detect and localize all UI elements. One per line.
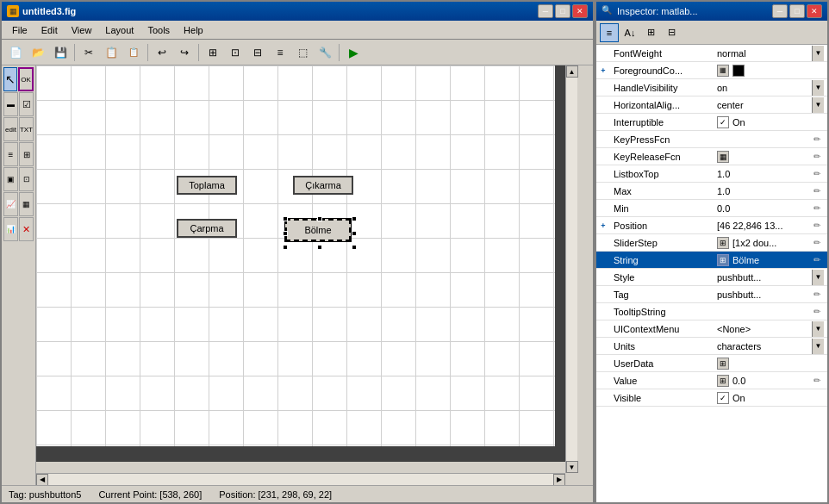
redo-button[interactable]: ↪ xyxy=(174,42,195,63)
inspector-sort-btn[interactable]: ≡ xyxy=(600,23,619,42)
toolbar-editor-button[interactable]: 🔧 xyxy=(315,42,335,63)
copy-button[interactable]: 📋 xyxy=(101,42,122,63)
listbox-tool[interactable]: ≡ xyxy=(3,142,18,166)
style-dropdown[interactable]: ▼ xyxy=(812,270,824,285)
grid-button[interactable]: ⊡ xyxy=(225,42,246,63)
horizontal-scrollbar[interactable]: ◀ ▶ xyxy=(36,473,565,485)
fg-color-btn[interactable]: ▦ xyxy=(717,65,729,77)
inspector-alpha-btn[interactable]: A↓ xyxy=(620,23,639,42)
prop-expand-val xyxy=(596,372,610,389)
new-button[interactable]: 📄 xyxy=(5,42,26,63)
menu-help[interactable]: Help xyxy=(177,23,210,37)
vertical-scrollbar[interactable]: ▲ ▼ xyxy=(565,65,577,473)
table-tool[interactable]: ⊡ xyxy=(19,167,34,191)
menu-file[interactable]: File xyxy=(5,23,34,37)
activex-tool[interactable]: ✕ xyxy=(19,217,34,241)
hv-dropdown[interactable]: ▼ xyxy=(812,80,824,96)
checkbox-tool[interactable]: ☑ xyxy=(19,92,34,116)
select-tool[interactable]: ↖ xyxy=(3,67,17,91)
inspector-minimize[interactable]: ─ xyxy=(772,4,788,18)
prop-row-style[interactable]: Style pushbutt... ▼ xyxy=(596,269,827,286)
vscroll-down[interactable]: ▼ xyxy=(566,461,578,473)
carpma-button[interactable]: Çarpma xyxy=(177,219,237,238)
menu-view[interactable]: View xyxy=(65,23,99,37)
prop-row-foregroundcolor[interactable]: + ForegroundCo... ▦ xyxy=(596,62,827,79)
prop-row-fontweight[interactable]: FontWeight normal ▼ xyxy=(596,45,827,62)
ui-dropdown[interactable]: ▼ xyxy=(812,321,824,337)
toplama-button[interactable]: Toplama xyxy=(177,176,237,195)
visible-checkbox[interactable]: ✓ xyxy=(717,392,729,404)
val-grid-icon[interactable]: ⊞ xyxy=(717,375,729,387)
run-button[interactable]: ▶ xyxy=(343,42,364,63)
paste-button[interactable]: 📋 xyxy=(123,42,144,63)
togglebutton-tool[interactable]: ▣ xyxy=(3,167,18,191)
panel-tool[interactable]: ▦ xyxy=(19,192,34,216)
ha-dropdown[interactable]: ▼ xyxy=(812,97,824,113)
canvas-wrapper: Toplama Çıkarma Çarpma Bölme xyxy=(36,65,593,485)
prop-row-value[interactable]: Value ⊞ 0.0 ✏ xyxy=(596,372,827,389)
prop-name-val: Value xyxy=(610,376,714,386)
prop-row-visible[interactable]: Visible ✓ On xyxy=(596,389,827,407)
prop-row-uicontextmenu[interactable]: UIContextMenu <None> ▼ xyxy=(596,320,827,338)
close-button[interactable]: ✕ xyxy=(572,4,588,18)
prop-row-userdata[interactable]: UserData ⊞ xyxy=(596,355,827,372)
menu-editor-button[interactable]: ≡ xyxy=(270,42,290,63)
prop-row-keyreleasefcn[interactable]: KeyReleaseFcn ▦ ✏ xyxy=(596,148,827,165)
prop-row-min[interactable]: Min 0.0 ✏ xyxy=(596,200,827,217)
hscroll-right[interactable]: ▶ xyxy=(553,474,565,486)
inspector-maximize[interactable]: □ xyxy=(789,4,805,18)
prop-value-min: 0.0 ✏ xyxy=(714,203,827,214)
axes-tool[interactable]: 📈 xyxy=(3,192,18,216)
buttongroup-tool[interactable]: 📊 xyxy=(3,217,18,241)
popupmenu-tool[interactable]: ⊞ xyxy=(19,142,34,166)
hscroll-left[interactable]: ◀ xyxy=(36,474,48,486)
save-button[interactable]: 💾 xyxy=(50,42,71,63)
prop-row-max[interactable]: Max 1.0 ✏ xyxy=(596,183,827,200)
prop-row-position[interactable]: + Position [46 22,846 13... ✏ xyxy=(596,217,827,234)
inspector-collapse-btn[interactable]: ⊟ xyxy=(662,23,681,42)
undo-button[interactable]: ↩ xyxy=(152,42,172,63)
ud-grid-icon[interactable]: ⊞ xyxy=(717,358,729,370)
units-dropdown[interactable]: ▼ xyxy=(812,339,824,354)
vscroll-up[interactable]: ▲ xyxy=(566,65,578,78)
cut-button[interactable]: ✂ xyxy=(78,42,99,63)
pushbutton-tool[interactable]: OK xyxy=(18,67,34,91)
prop-expand-pos[interactable]: + xyxy=(596,217,610,234)
maximize-button[interactable]: □ xyxy=(555,4,570,18)
kr-icon[interactable]: ▦ xyxy=(717,151,729,163)
slider-tool[interactable]: ▬ xyxy=(3,92,18,116)
prop-row-ha[interactable]: HorizontalAlig... center ▼ xyxy=(596,96,827,114)
vscroll-track[interactable] xyxy=(566,78,577,461)
prop-expand-fg[interactable]: + xyxy=(596,62,610,79)
prop-row-sliderstep[interactable]: SliderStep ⊞ [1x2 dou... ✏ xyxy=(596,234,827,252)
align-button[interactable]: ⊞ xyxy=(203,42,223,63)
snap-button[interactable]: ⊟ xyxy=(247,42,268,63)
hscroll-track[interactable] xyxy=(48,474,553,485)
open-button[interactable]: 📂 xyxy=(28,42,48,63)
cikarma-button[interactable]: Çıkarma xyxy=(293,176,353,195)
menu-layout[interactable]: Layout xyxy=(98,23,140,37)
radiobutton-tool[interactable]: TXT xyxy=(19,117,34,141)
prop-row-string[interactable]: String ⊞ Bölme ✏ xyxy=(596,252,827,269)
edit-tool[interactable]: edit xyxy=(3,117,18,141)
prop-row-keypressfcn[interactable]: KeyPressFcn ✏ xyxy=(596,131,827,148)
bolme-button[interactable]: Bölme xyxy=(285,219,351,241)
prop-row-units[interactable]: Units characters ▼ xyxy=(596,338,827,355)
prop-row-handlevis[interactable]: HandleVisibility on ▼ xyxy=(596,79,827,96)
minimize-button[interactable]: ─ xyxy=(538,4,553,18)
inspector-close[interactable]: ✕ xyxy=(807,4,822,18)
menu-tools[interactable]: Tools xyxy=(140,23,177,37)
prop-row-tooltip[interactable]: TooltipString ✏ xyxy=(596,303,827,320)
interruptible-checkbox[interactable]: ✓ xyxy=(717,116,729,128)
tab-order-button[interactable]: ⬚ xyxy=(292,42,313,63)
fontweight-dropdown[interactable]: ▼ xyxy=(812,46,824,61)
figure-canvas[interactable]: Toplama Çıkarma Çarpma Bölme xyxy=(36,65,570,462)
ss-grid-icon[interactable]: ⊞ xyxy=(717,237,729,249)
toolbar-sep-1 xyxy=(74,44,75,61)
prop-row-interruptible[interactable]: Interruptible ✓ On xyxy=(596,114,827,131)
inspector-expand-btn[interactable]: ⊞ xyxy=(641,23,660,42)
menu-edit[interactable]: Edit xyxy=(34,23,65,37)
str-grid-icon[interactable]: ⊞ xyxy=(717,254,729,266)
prop-row-listboxtop[interactable]: ListboxTop 1.0 ✏ xyxy=(596,165,827,183)
prop-row-tag[interactable]: Tag pushbutt... ✏ xyxy=(596,286,827,303)
